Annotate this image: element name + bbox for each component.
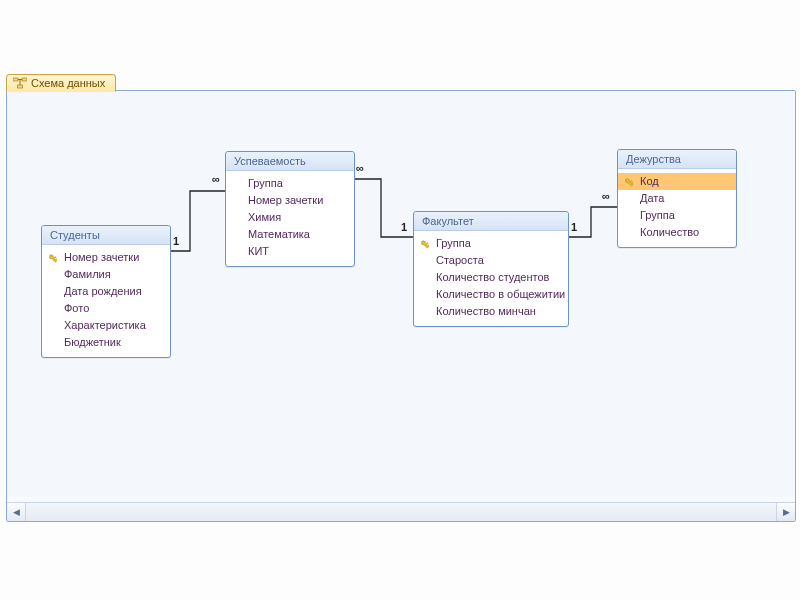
tab-schema[interactable]: Схема данных (6, 74, 116, 92)
field-label: Номер зачетки (64, 250, 139, 265)
diagram-frame: 1 ∞ ∞ 1 1 ∞ Студенты Номер зачетки Фамил… (6, 90, 796, 522)
field-row[interactable]: Математика (226, 226, 354, 243)
field-label: Группа (248, 176, 283, 191)
svg-rect-1 (22, 78, 27, 81)
cardinality-many: ∞ (602, 190, 610, 202)
field-label: Бюджетник (64, 335, 121, 350)
primary-key-icon (420, 238, 432, 250)
horizontal-scrollbar[interactable]: ◀ ▶ (7, 502, 795, 521)
field-label: КИТ (248, 244, 269, 259)
entity-faculty[interactable]: Факультет Группа Староста Количество сту… (413, 211, 569, 327)
field-row[interactable]: КИТ (226, 243, 354, 260)
field-row[interactable]: Дата (618, 190, 736, 207)
primary-key-icon (48, 252, 60, 264)
field-row[interactable]: Номер зачетки (226, 192, 354, 209)
tab-title: Схема данных (31, 77, 105, 89)
field-row[interactable]: Код (618, 173, 736, 190)
entity-body: Код Дата Группа Количество (618, 169, 736, 247)
field-label: Дата рождения (64, 284, 142, 299)
primary-key-icon (624, 176, 636, 188)
entity-title: Дежурства (618, 150, 736, 169)
cardinality-one: 1 (571, 221, 577, 233)
entity-progress[interactable]: Успеваемость Группа Номер зачетки Химия … (225, 151, 355, 267)
field-row[interactable]: Староста (414, 252, 568, 269)
relationships-icon (13, 77, 27, 89)
field-row[interactable]: Характеристика (42, 317, 170, 334)
field-row[interactable]: Группа (618, 207, 736, 224)
entity-body: Группа Номер зачетки Химия Математика КИ… (226, 171, 354, 266)
field-row[interactable]: Фамилия (42, 266, 170, 283)
field-row[interactable]: Дата рождения (42, 283, 170, 300)
field-label: Количество в общежитии (436, 287, 565, 302)
field-row[interactable]: Количество минчан (414, 303, 568, 320)
field-label: Математика (248, 227, 310, 242)
field-row[interactable]: Химия (226, 209, 354, 226)
cardinality-many: ∞ (356, 162, 364, 174)
svg-rect-2 (18, 85, 23, 88)
field-label: Группа (436, 236, 471, 251)
field-label: Код (640, 174, 659, 189)
field-label: Староста (436, 253, 484, 268)
field-row[interactable]: Группа (226, 175, 354, 192)
cardinality-many: ∞ (212, 173, 220, 185)
entity-title: Успеваемость (226, 152, 354, 171)
cardinality-one: 1 (401, 221, 407, 233)
field-label: Химия (248, 210, 281, 225)
scroll-left-button[interactable]: ◀ (7, 503, 26, 521)
field-label: Количество (640, 225, 699, 240)
field-label: Количество студентов (436, 270, 549, 285)
chevron-right-icon: ▶ (783, 507, 790, 517)
tab-bar: Схема данных (6, 72, 116, 91)
diagram-canvas[interactable]: 1 ∞ ∞ 1 1 ∞ Студенты Номер зачетки Фамил… (7, 91, 795, 497)
field-label: Фамилия (64, 267, 111, 282)
field-row[interactable]: Группа (414, 235, 568, 252)
field-row[interactable]: Номер зачетки (42, 249, 170, 266)
entity-title: Факультет (414, 212, 568, 231)
field-label: Группа (640, 208, 675, 223)
entity-body: Номер зачетки Фамилия Дата рождения Фото… (42, 245, 170, 357)
scroll-track[interactable] (26, 503, 776, 521)
svg-rect-0 (13, 78, 18, 81)
entity-title: Студенты (42, 226, 170, 245)
field-label: Дата (640, 191, 664, 206)
field-row[interactable]: Количество в общежитии (414, 286, 568, 303)
field-row[interactable]: Количество студентов (414, 269, 568, 286)
field-label: Количество минчан (436, 304, 536, 319)
chevron-left-icon: ◀ (13, 507, 20, 517)
cardinality-one: 1 (173, 235, 179, 247)
field-label: Номер зачетки (248, 193, 323, 208)
entity-body: Группа Староста Количество студентов Кол… (414, 231, 568, 326)
scroll-right-button[interactable]: ▶ (776, 503, 795, 521)
field-row[interactable]: Фото (42, 300, 170, 317)
entity-duties[interactable]: Дежурства Код Дата Группа Количество (617, 149, 737, 248)
field-label: Характеристика (64, 318, 146, 333)
entity-students[interactable]: Студенты Номер зачетки Фамилия Дата рожд… (41, 225, 171, 358)
field-row[interactable]: Бюджетник (42, 334, 170, 351)
field-label: Фото (64, 301, 89, 316)
field-row[interactable]: Количество (618, 224, 736, 241)
